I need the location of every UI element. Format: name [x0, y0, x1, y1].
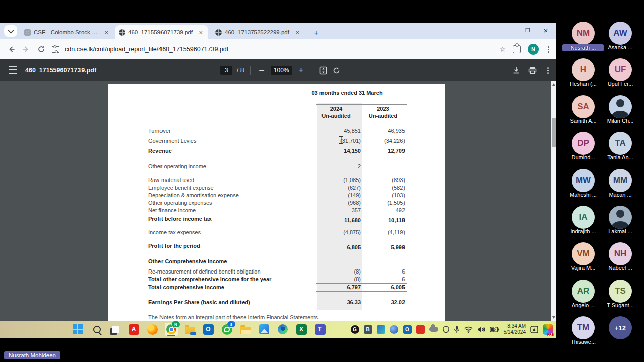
forward-icon[interactable]: [22, 45, 30, 53]
period-header: 03 months ended 31 March: [302, 89, 392, 96]
site-info-icon[interactable]: [52, 46, 59, 53]
battery-icon[interactable]: [490, 327, 499, 332]
file-explorer-button[interactable]: [239, 323, 252, 336]
participant-avatar[interactable]: SA: [572, 95, 595, 118]
new-tab-button[interactable]: +: [311, 27, 322, 38]
pdf-viewport[interactable]: 03 months ended 31 March 20242023 Un-aud…: [0, 81, 556, 321]
minimize-button[interactable]: –: [501, 23, 518, 38]
extensions-icon[interactable]: [513, 45, 521, 53]
scroll-up-icon[interactable]: [552, 83, 555, 86]
page-number-input[interactable]: 3: [220, 66, 232, 75]
table-row: Government Levies(31,701)(34,226): [108, 138, 445, 145]
pdf-more-icon[interactable]: [547, 70, 549, 71]
chrome-button[interactable]: N: [165, 323, 178, 336]
participant-avatar[interactable]: DP: [572, 132, 595, 155]
scrollbar[interactable]: [551, 81, 556, 321]
wifi-icon[interactable]: [464, 326, 473, 333]
browser-menu-icon[interactable]: [548, 49, 549, 50]
microphone-icon[interactable]: [454, 325, 460, 333]
table-row: 20242023: [108, 104, 445, 112]
tab-pdf-active[interactable]: 460_1715596071739.pdf ×: [115, 25, 208, 39]
photos-button[interactable]: [258, 323, 271, 336]
volume-icon[interactable]: [477, 326, 485, 333]
participant-avatar[interactable]: VM: [572, 242, 595, 265]
search-button[interactable]: [90, 323, 103, 336]
excel-button[interactable]: X: [295, 323, 308, 336]
task-view-button[interactable]: [109, 323, 122, 336]
onedrive-button[interactable]: [183, 323, 196, 336]
outlook-button[interactable]: O: [202, 323, 215, 336]
fit-page-icon[interactable]: [319, 66, 328, 75]
defender-tray-icon[interactable]: [416, 325, 425, 334]
table-row: Earnings Per Share (basic and diluted)36…: [108, 299, 445, 307]
pdf-menu-icon[interactable]: [9, 66, 17, 74]
participant-avatar[interactable]: NM: [572, 22, 595, 45]
acrobat-icon: A: [129, 324, 139, 335]
zoom-out-button[interactable]: –: [257, 65, 266, 75]
calendar-tray-icon[interactable]: [377, 325, 385, 334]
tab-pdf-2[interactable]: 460_1713752522299.pdf ×: [211, 25, 305, 39]
zoom-level[interactable]: 100%: [271, 66, 292, 75]
tab-title: 460_1715596071739.pdf: [128, 29, 194, 35]
security-shield-icon[interactable]: [443, 326, 449, 333]
participant-avatar[interactable]: TM: [572, 316, 595, 339]
participant-photo[interactable]: [609, 206, 632, 229]
start-button[interactable]: [71, 323, 85, 336]
globe-favicon-icon: [215, 29, 222, 36]
profile-avatar[interactable]: N: [528, 44, 539, 55]
participant-avatar[interactable]: AW: [609, 22, 632, 45]
tab-close-icon[interactable]: ×: [197, 29, 204, 36]
tab-close-icon[interactable]: ×: [103, 29, 110, 36]
tab-search-button[interactable]: [4, 25, 17, 37]
bing-tray-icon[interactable]: B: [364, 325, 372, 334]
onedrive-tray-icon[interactable]: [429, 327, 438, 332]
table-row: Other Comprehensive Income: [108, 258, 445, 266]
insider-preview-icon[interactable]: PRE: [543, 324, 553, 335]
notification-bell-icon[interactable]: [530, 326, 538, 333]
participant-avatar[interactable]: MW: [572, 169, 595, 192]
teams-button[interactable]: T: [313, 323, 327, 336]
close-button[interactable]: ×: [537, 23, 554, 38]
participant-avatar[interactable]: H: [572, 58, 595, 81]
system-clock[interactable]: 8:34 AM5/14/2024: [504, 323, 526, 336]
participant-avatar[interactable]: TA: [609, 132, 632, 155]
reload-icon[interactable]: [37, 45, 45, 53]
participant-name: Samith A...: [564, 118, 603, 124]
participant-avatar[interactable]: TS: [609, 280, 632, 303]
scrollbar-thumb[interactable]: [552, 118, 556, 147]
outlook-icon: O: [203, 324, 214, 335]
participant-avatar[interactable]: AR: [572, 280, 595, 303]
rotate-icon[interactable]: [332, 66, 341, 75]
bookmark-star-icon[interactable]: ☆: [499, 45, 506, 53]
participant-name: Upul Fer...: [601, 81, 640, 87]
download-icon[interactable]: [512, 66, 520, 74]
zoom-in-button[interactable]: +: [297, 65, 306, 75]
acrobat-button[interactable]: A: [127, 323, 140, 336]
divider: [250, 66, 251, 75]
back-icon[interactable]: [7, 45, 15, 53]
table-row: Raw material used(1,085)(893): [108, 177, 445, 185]
participant-avatar[interactable]: MM: [609, 169, 632, 192]
grammarly-tray-icon[interactable]: G: [351, 325, 359, 334]
scroll-down-icon[interactable]: [552, 316, 555, 319]
whatsapp-button[interactable]: 8: [220, 323, 233, 336]
participant-name: Dumind...: [564, 154, 603, 160]
browser-tab-strip: CSE - Colombo Stock Exchange × 460_17155…: [0, 23, 556, 39]
restore-button[interactable]: ❐: [519, 23, 536, 38]
edge-button[interactable]: [276, 323, 289, 336]
print-icon[interactable]: [528, 66, 537, 74]
outlook-tray-icon[interactable]: O: [403, 325, 412, 334]
participant-photo[interactable]: [609, 95, 632, 118]
sphere-tray-icon[interactable]: [390, 325, 398, 334]
participant-avatar[interactable]: UF: [609, 58, 632, 81]
participant-avatar[interactable]: IA: [572, 206, 595, 229]
tab-close-icon[interactable]: ×: [294, 29, 301, 36]
tab-cse[interactable]: CSE - Colombo Stock Exchange ×: [20, 25, 114, 39]
participant-overflow-count[interactable]: +12: [609, 316, 632, 339]
participant-avatar[interactable]: NH: [609, 242, 632, 265]
table-row: Other operating income2-: [108, 163, 445, 171]
browser-navbar: cdn.cse.lk/cmt/upload_report_file/460_17…: [0, 39, 556, 59]
tab-title: CSE - Colombo Stock Exchange: [34, 29, 100, 35]
firefox-button[interactable]: [146, 323, 159, 336]
address-bar[interactable]: cdn.cse.lk/cmt/upload_report_file/460_17…: [65, 46, 499, 53]
